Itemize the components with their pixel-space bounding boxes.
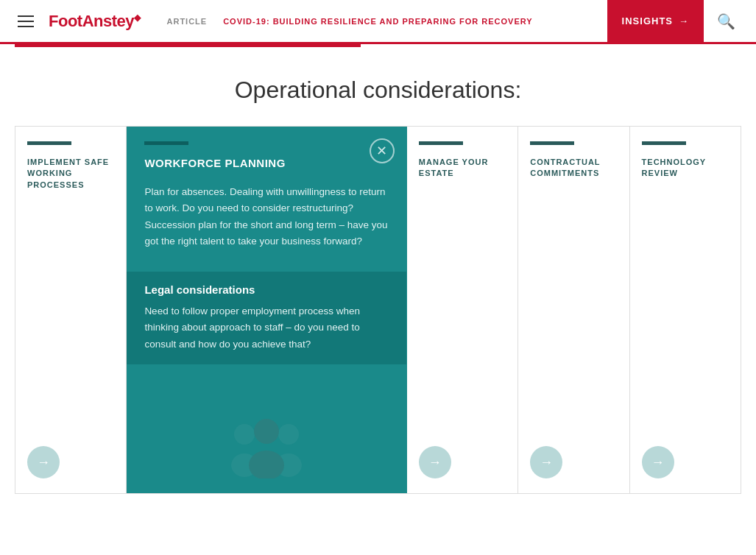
header-right: INSIGHTS → 🔍: [607, 0, 741, 43]
svg-point-5: [249, 450, 284, 478]
card-accent-bar: [419, 141, 463, 145]
card-accent-bar: [27, 141, 71, 145]
people-icon: [226, 412, 307, 478]
card-title-workforce: WORKFORCE PLANNING: [144, 157, 388, 169]
legal-text: Need to follow proper employment process…: [144, 303, 388, 353]
people-icon-area: [144, 412, 388, 478]
article-title: COVID-19: BUILDING RESILIENCE AND PREPAR…: [223, 17, 532, 26]
svg-point-0: [234, 424, 255, 445]
insights-button[interactable]: INSIGHTS →: [607, 0, 704, 43]
card-title-implement-safe: IMPLEMENT SAFE WORKING PROCESSES: [27, 157, 114, 302]
legal-section: Legal considerations Need to follow prop…: [127, 272, 406, 364]
card-arrow-manage-estate[interactable]: →: [419, 446, 451, 478]
card-body-text: Plan for absences. Dealing with unwillin…: [144, 184, 388, 250]
page-title: Operational considerations:: [15, 77, 741, 104]
card-arrow-technology[interactable]: →: [642, 446, 674, 478]
card-workforce-planning: WORKFORCE PLANNING ✕ Plan for absences. …: [127, 127, 406, 493]
card-technology-review: TECHNOLOGY REVIEW →: [630, 127, 741, 493]
svg-point-2: [278, 424, 299, 445]
card-manage-estate: MANAGE YOUR ESTATE →: [407, 127, 518, 493]
card-arrow-implement-safe[interactable]: →: [27, 446, 60, 478]
header: FootAnstey◆ ARTICLE COVID-19: BUILDING R…: [0, 0, 756, 44]
card-title-contractual: CONTRACTUAL COMMITMENTS: [530, 157, 617, 302]
card-contractual: CONTRACTUAL COMMITMENTS →: [518, 127, 629, 493]
card-title-manage-estate: MANAGE YOUR ESTATE: [419, 157, 506, 302]
search-button[interactable]: 🔍: [711, 7, 741, 36]
card-arrow-contractual[interactable]: →: [530, 446, 562, 478]
cards-container: IMPLEMENT SAFE WORKING PROCESSES → WORKF…: [15, 126, 741, 494]
svg-point-4: [254, 419, 279, 444]
card-accent-bar: [642, 141, 686, 145]
article-label: ARTICLE: [167, 17, 208, 26]
hamburger-menu[interactable]: [15, 13, 37, 30]
card-accent-bar-active: [144, 141, 188, 145]
card-title-technology: TECHNOLOGY REVIEW: [642, 157, 729, 302]
logo-symbol: ◆: [134, 12, 141, 22]
header-left: FootAnstey◆ ARTICLE COVID-19: BUILDING R…: [15, 12, 533, 31]
card-accent-bar: [530, 141, 574, 145]
main-content: Operational considerations: IMPLEMENT SA…: [0, 47, 756, 516]
card-implement-safe: IMPLEMENT SAFE WORKING PROCESSES →: [15, 127, 127, 493]
close-button[interactable]: ✕: [370, 138, 395, 163]
legal-heading: Legal considerations: [144, 283, 388, 296]
logo: FootAnstey◆: [49, 12, 141, 31]
